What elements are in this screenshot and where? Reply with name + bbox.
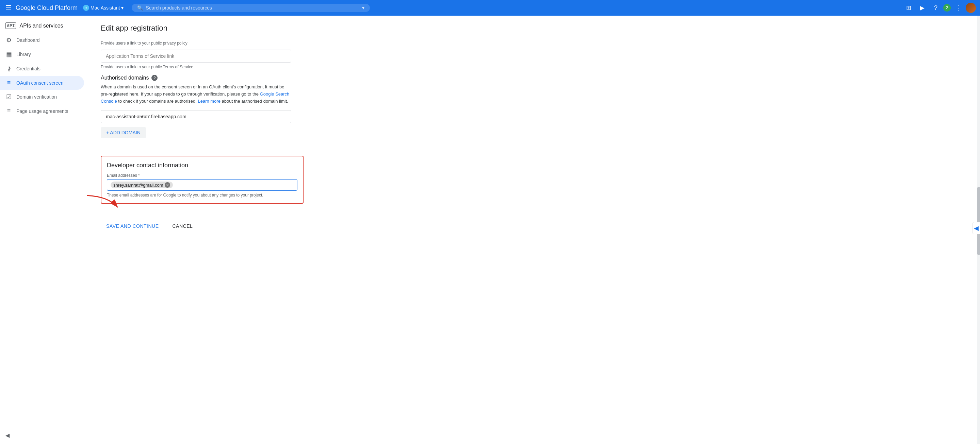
sidebar-item-page-usage[interactable]: ≡ Page usage agreements (0, 104, 84, 118)
nav-right-actions: ⊞ ▶ ? 2 ⋮ (902, 2, 976, 14)
email-chip-field[interactable]: shrey.samrat@gmail.com ✕ (107, 179, 298, 191)
project-selector[interactable]: ✦ Mac Assistant ▾ (83, 5, 124, 11)
search-dropdown-icon[interactable]: ▾ (362, 5, 364, 11)
authorised-domains-section: Authorised domains ? When a domain is us… (101, 75, 966, 138)
sidebar-item-label-library: Library (16, 52, 31, 57)
terminal-icon[interactable]: ▶ (916, 2, 928, 14)
scrollbar-thumb[interactable] (977, 187, 980, 255)
app-layout: API APIs and services ⚙ Dashboard ▦ Libr… (0, 16, 980, 444)
email-chip: shrey.samrat@gmail.com ✕ (111, 182, 173, 188)
search-icon: 🔍 (137, 5, 143, 11)
avatar[interactable] (966, 3, 976, 13)
sidebar-item-credentials[interactable]: ⚷ Credentials (0, 62, 84, 76)
chevron-down-icon: ▾ (121, 5, 124, 11)
help-icon[interactable]: ? (151, 75, 158, 81)
tos-hint: Provide users a link to your public Term… (101, 65, 966, 69)
domain-icon: ☑ (5, 93, 12, 101)
action-buttons: SAVE AND CONTINUE CANCEL (101, 220, 966, 232)
project-name: Mac Assistant (91, 5, 120, 11)
domain-input[interactable] (101, 110, 291, 123)
sidebar-item-domain-verification[interactable]: ☑ Domain verification (0, 90, 84, 104)
hamburger-menu-icon[interactable]: ☰ (4, 2, 13, 13)
sidebar-item-label-domain: Domain verification (16, 94, 57, 100)
project-icon: ✦ (83, 5, 89, 11)
oauth-icon: ≡ (5, 79, 12, 86)
sidebar-item-label-page-usage: Page usage agreements (16, 108, 68, 114)
more-options-icon[interactable]: ⋮ (952, 2, 964, 14)
developer-contact-title: Developer contact information (107, 162, 298, 169)
search-bar[interactable]: 🔍 ▾ (132, 4, 370, 12)
credentials-icon: ⚷ (5, 65, 12, 72)
sidebar-header: API APIs and services (0, 18, 87, 33)
add-domain-label: + ADD DOMAIN (106, 130, 140, 135)
chip-close-icon[interactable]: ✕ (165, 182, 170, 188)
add-domain-button[interactable]: + ADD DOMAIN (101, 127, 146, 138)
sidebar-item-dashboard[interactable]: ⚙ Dashboard (0, 33, 84, 47)
developer-contact-wrapper: Developer contact information Email addr… (101, 147, 966, 204)
sidebar-item-label-credentials: Credentials (16, 66, 40, 71)
tos-field[interactable] (101, 50, 291, 63)
red-arrow-svg (87, 192, 121, 212)
cancel-button[interactable]: CANCEL (167, 220, 198, 232)
page-usage-icon: ≡ (5, 108, 12, 114)
search-input[interactable] (146, 5, 360, 11)
developer-contact-section: Developer contact information Email addr… (101, 156, 304, 204)
email-hint: These email addresses are for Google to … (107, 193, 298, 198)
top-navigation: ☰ Google Cloud Platform ✦ Mac Assistant … (0, 0, 980, 16)
collapse-sidebar-right-button[interactable]: ◀ (972, 222, 980, 234)
sidebar-item-oauth-consent[interactable]: ≡ OAuth consent screen (0, 76, 84, 90)
apps-icon[interactable]: ⊞ (902, 2, 915, 14)
api-icon: API (5, 22, 16, 29)
sidebar-title: APIs and services (19, 23, 63, 29)
app-title: Google Cloud Platform (16, 5, 78, 11)
main-content: Edit app registration Provide users a li… (87, 16, 980, 444)
sidebar-item-label-oauth: OAuth consent screen (16, 80, 64, 86)
email-label: Email addresses * (107, 173, 298, 178)
page-title: Edit app registration (101, 24, 966, 33)
authorised-domains-desc: When a domain is used on the consent scr… (101, 84, 291, 105)
authorised-domains-title: Authorised domains ? (101, 75, 966, 81)
help-icon[interactable]: ? (930, 2, 942, 14)
library-icon: ▦ (5, 51, 12, 58)
learn-more-link[interactable]: Learn more (198, 98, 220, 104)
notification-badge[interactable]: 2 (943, 4, 951, 11)
privacy-hint: Provide users a link to your public priv… (101, 41, 966, 46)
sidebar-item-label-dashboard: Dashboard (16, 37, 40, 43)
sidebar-item-library[interactable]: ▦ Library (0, 47, 84, 62)
collapse-sidebar-left-button[interactable]: ◀ (5, 432, 10, 439)
sidebar: API APIs and services ⚙ Dashboard ▦ Libr… (0, 16, 87, 444)
save-and-continue-button[interactable]: SAVE AND CONTINUE (101, 220, 164, 232)
email-chip-value: shrey.samrat@gmail.com (113, 182, 163, 188)
dashboard-icon: ⚙ (5, 36, 12, 44)
